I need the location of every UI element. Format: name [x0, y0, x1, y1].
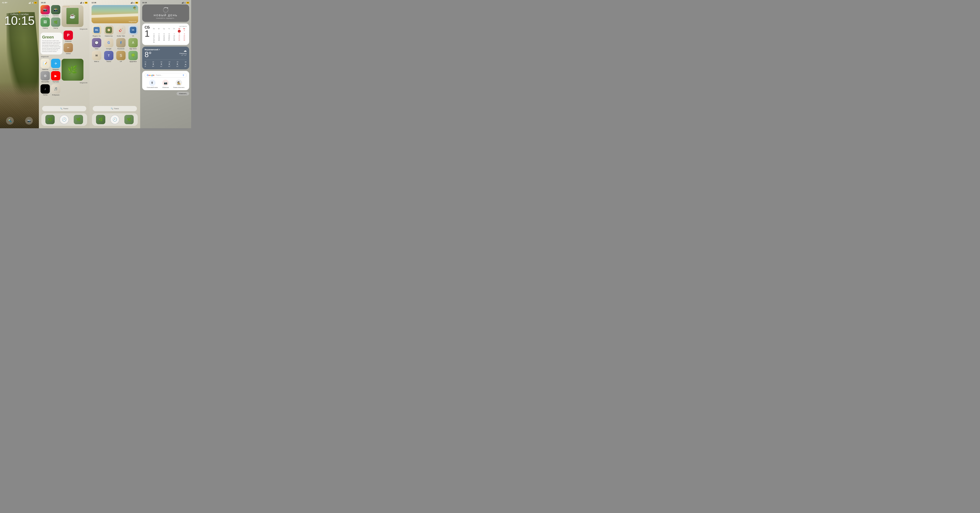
app-up[interactable]: S UP [116, 51, 126, 62]
app-health[interactable]: 🍀 Здоровье [129, 51, 138, 62]
app-pinterest[interactable]: P Pinterest [64, 30, 73, 42]
p3-dock-clock[interactable]: 🕙 [110, 115, 119, 124]
phone1-time-display: 10:15 [0, 14, 39, 27]
phone2-apps-section: 📷 Instagram 🖼 Gallery 📸 [40, 5, 88, 97]
phone3-search-bar[interactable]: 🔍 Поиск [93, 106, 137, 111]
app-facebook[interactable]: f Facebook [116, 38, 126, 49]
app-notes[interactable]: 📝 Заметки [40, 59, 50, 70]
phone2-battery: 74 [85, 2, 88, 4]
app-garny[interactable]: 🌿 Garny [51, 18, 60, 29]
izmenit-button[interactable]: Изменить [177, 92, 189, 96]
phone2-status-bar: 10:15 ▲ 74 [39, 0, 89, 5]
widgetsmith-widget-1[interactable]: VOGUE ☕ [62, 5, 83, 27]
phone1-time-text: 10:15 [4, 14, 35, 27]
flashlight-button[interactable]: 🔦 [6, 117, 14, 124]
app-settings[interactable]: ⚙ Настройки [40, 71, 50, 83]
dock-item-clock[interactable]: 🕙 [60, 115, 69, 124]
google-incognito[interactable]: 🕵 Режим инкогнито [173, 80, 185, 88]
p3-dock-3[interactable]: 🌿 [124, 115, 134, 124]
weather-widget[interactable]: Янушковичский ↗ 8° ☁ Изморось ↓6° ↑12° [142, 46, 189, 69]
google-voice-search[interactable]: 🎙 Голосовой поиск [147, 80, 158, 88]
phone1-bottom-controls: 🔦 📷 [0, 117, 39, 124]
newday-widget[interactable]: НОВЫЙ ДЕНЬ пожалуйста, подождите... [142, 5, 189, 22]
app-viber[interactable]: 💬 Viber [92, 38, 101, 49]
phone3-dock: 🌿 🕙 🌿 [92, 113, 138, 126]
phone3-status-bar: 12:36 ▲ 55 [89, 0, 140, 5]
app-yandex-go[interactable]: ЯG Яндекс Go [92, 25, 101, 37]
phone1-battery: 74 [34, 2, 37, 4]
weather-type: Изморось [180, 53, 187, 54]
phone3-time: 12:36 [92, 2, 96, 4]
weather-temp: 8° [145, 51, 160, 59]
newday-title: НОВЫЙ ДЕНЬ [154, 14, 178, 17]
app-mailru[interactable]: ✉ Mail.ru [92, 51, 101, 62]
phone3-app-grid: ЯG Яндекс Go 🧭 Навигатор 🎸 Guitar Tabs [91, 25, 138, 64]
app-google[interactable]: G Google [104, 38, 113, 49]
phone2-dock: 🌿 🕙 🌿 [41, 113, 87, 126]
phone4-widget-screen: 10:16 ▲ 74 НОВЫЙ ДЕНЬ пожалуйста, подожд… [140, 0, 191, 128]
phone3-battery: 55 [135, 2, 138, 4]
weather-forecast: 11🌧9° 12🌧10° 13🌧11° 14🌧11° 15🌧11° 16☁12° [145, 60, 187, 67]
app-teams[interactable]: T Teams [104, 51, 113, 62]
app-telegram[interactable]: ✈ Telegram [51, 59, 60, 70]
app-camera[interactable]: 📸 Camera [51, 5, 60, 17]
phone1-status-bar: A1 BY ▲ 74 [0, 0, 39, 5]
app-appstore[interactable]: A App Store [129, 38, 138, 49]
dock-item-3[interactable]: 🌿 [74, 115, 83, 124]
google-actions: 🎙 Голосовой поиск 📷 Объектив 🕵 Режим инк… [145, 80, 187, 88]
app-gallery[interactable]: 🖼 Gallery [40, 18, 50, 29]
phone4-status-bar: 10:16 ▲ 74 [140, 0, 191, 5]
newday-subtitle: пожалуйста, подождите... [156, 17, 175, 19]
calendar-widget[interactable]: СБ 1 ОКТЯБРЯ Пн Вт Ср Чт Пт Сб Вс [142, 24, 189, 45]
phone3-home-screen: 12:36 ▲ 55 🌴 Widgetsmith ЯG [89, 0, 140, 128]
dock-item-1[interactable]: 🌿 [45, 115, 55, 124]
phone2-home-screen: 10:15 ▲ 74 📷 Instagram [39, 0, 89, 128]
app-navigator[interactable]: 🧭 Навигатор [104, 25, 113, 37]
phone2-time: 10:15 [41, 2, 46, 4]
phone1-carrier: A1 BY [2, 2, 8, 4]
google-search-placeholder: Поиск... [156, 74, 181, 76]
camera-button[interactable]: 📷 [25, 117, 33, 124]
app-inshot[interactable]: ✂ InShot [64, 43, 73, 54]
app-tiktok[interactable]: ♪ TikTok [40, 84, 50, 96]
cal-month-label: ОКТЯБРЯ [151, 25, 187, 27]
app-vk[interactable]: VK VK [129, 25, 138, 37]
p3-dock-1[interactable]: 🌿 [96, 115, 105, 124]
cal-day-number: 1 [145, 29, 150, 38]
app-music[interactable]: 🎵 Я.Музыка [51, 84, 60, 96]
phone1-lock-screen: A1 BY ▲ 74 🔒 Суббота, 1 октября 10:15 🔦 … [0, 0, 39, 128]
app-instagram[interactable]: 📷 Instagram [40, 5, 50, 17]
app-youtube[interactable]: ▶ YouTube [51, 71, 60, 83]
app-guitar-tabs[interactable]: 🎸 Guitar Tabs [116, 25, 126, 37]
phone4-battery: 74 [186, 2, 189, 4]
phone3-widgetsmith-top[interactable]: 🌴 Widgetsmith [92, 5, 138, 23]
phone2-search-bar[interactable]: 🔍 Поиск [42, 106, 86, 111]
phone4-time: 10:16 [142, 2, 147, 4]
widgetsmith-widget-2[interactable]: 🌿 [62, 59, 83, 81]
green-text-widget[interactable]: Green The color goes back to mother natu… [40, 33, 62, 54]
google-search-widget[interactable]: Google Поиск... 🎙 🎙 Голосовой поиск 📷 Об… [142, 71, 189, 90]
phone4-content: НОВЫЙ ДЕНЬ пожалуйста, подождите... СБ 1… [142, 5, 189, 126]
google-lens[interactable]: 📷 Объектив [162, 80, 169, 88]
